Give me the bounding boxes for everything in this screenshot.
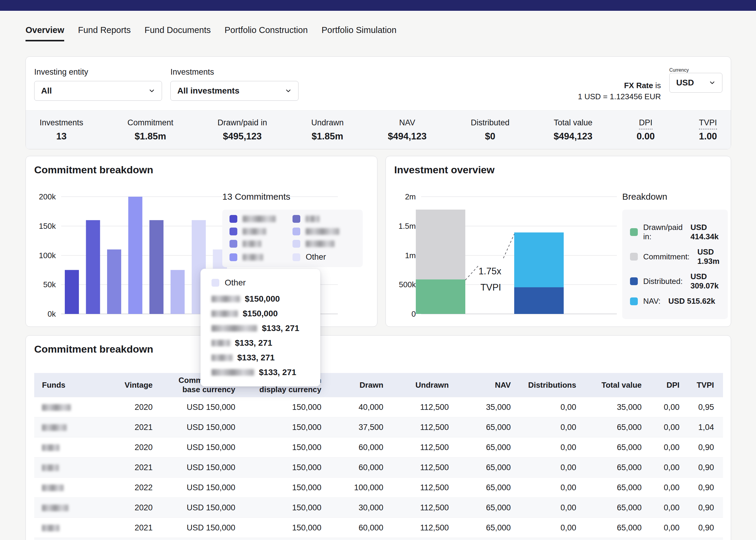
commitment-bar-5[interactable] [149, 220, 164, 314]
stat-label[interactable]: TVPI [699, 118, 717, 127]
tab-fund-reports[interactable]: Fund Reports [78, 25, 131, 41]
cell-distributions: 0,00 [520, 397, 585, 417]
tab-portfolio-simulation[interactable]: Portfolio Simulation [322, 25, 396, 41]
cell-distributions: 0,00 [520, 417, 585, 438]
investing-entity-label: Investing entity [34, 68, 162, 77]
y-axis-tick: 200k [39, 192, 56, 201]
cell-commitment-base: USD 150,000 [162, 477, 244, 498]
stat-value: 13 [40, 131, 83, 142]
cell-dpi: 0,00 [651, 498, 688, 518]
cell-dpi: 0,00 [651, 438, 688, 458]
commitment-legend-item [229, 240, 292, 248]
fx-rate-suffix: is [653, 81, 661, 90]
commitment-bar-4[interactable] [128, 197, 142, 314]
tvpi-multiple-label: TVPI [481, 282, 501, 293]
stat-label[interactable]: DPI [637, 118, 655, 127]
cell-dpi: 0,00 [651, 417, 688, 438]
funds-table: FundsVintageCommitment in base currencyC… [34, 373, 723, 540]
legend-swatch [292, 215, 300, 223]
redacted-fund-name [42, 444, 60, 451]
legend-swatch [292, 227, 300, 235]
commitment-bar-3[interactable] [107, 249, 121, 314]
cell-nav: 65,000 [458, 417, 520, 438]
cell-nav: 65,000 [458, 518, 520, 538]
cell-tvpi: 0,95 [688, 397, 723, 417]
fx-rate-term: FX Rate [624, 81, 653, 90]
breakdown-legend-item: Commitment:USD 1.93m [630, 247, 720, 266]
investing-entity-select[interactable]: All [34, 81, 162, 101]
cell-nav: 35,000 [458, 397, 520, 417]
currency-label: Currency [669, 68, 722, 73]
stat-value: $0 [471, 131, 510, 142]
cell-total-value: 65,000 [585, 477, 651, 498]
chevron-down-icon [285, 87, 292, 94]
commitment-legend-item [229, 252, 292, 262]
commitment-bar-6[interactable] [171, 270, 185, 314]
commitment-bar-1[interactable] [65, 270, 79, 314]
currency-select[interactable]: USD [669, 73, 722, 93]
tab-overview[interactable]: Overview [26, 25, 64, 41]
currency-value: USD [676, 78, 694, 87]
legend-value: USD 515.62k [669, 297, 715, 306]
stat-investments: Investments13 [40, 118, 83, 142]
cell-fund [34, 417, 110, 438]
commitment-legend-item [229, 227, 292, 235]
y-axis-tick: 150k [39, 221, 56, 230]
segment-nav[interactable] [514, 232, 564, 287]
segment-drawn-paid-in[interactable] [416, 279, 465, 314]
legend-label: NAV: [643, 297, 661, 306]
stat-value: $1.85m [127, 131, 173, 142]
stat-distributed: Distributed$0 [471, 118, 510, 142]
segment-commitment[interactable] [416, 209, 465, 279]
redacted-fund-name [212, 354, 232, 361]
y-axis-tick: 1.5m [398, 221, 416, 230]
stat-commitment: Commitment$1.85m [127, 118, 173, 142]
cell-nav: 65,000 [458, 498, 520, 518]
table-header-row: FundsVintageCommitment in base currencyC… [34, 373, 723, 397]
cell-drawn: 60,000 [330, 518, 392, 538]
column-header-dpi: DPI [651, 373, 688, 397]
segment-distributed[interactable] [514, 287, 564, 314]
tooltip-value: $150,000 [245, 294, 280, 304]
tab-portfolio-construction[interactable]: Portfolio Construction [225, 25, 308, 41]
cell-vintage: 2022 [110, 477, 162, 498]
y-axis-tick: 1m [405, 251, 416, 260]
legend-value: USD 309.07k [690, 272, 720, 291]
cell-fund [34, 458, 110, 477]
column-header-tvpi: TVPI [688, 373, 723, 397]
stat-label: Investments [40, 118, 83, 127]
cell-distributions: 0,00 [520, 498, 585, 518]
table-row: 2021USD 150,000150,00037,500112,50065,00… [34, 417, 723, 438]
column-header-vintage: Vintage [110, 373, 162, 397]
y-axis-tick: 50k [43, 280, 56, 289]
commitments-legend: Other [222, 209, 363, 267]
cell-commitment-base: USD 150,000 [162, 498, 244, 518]
tab-fund-documents[interactable]: Fund Documents [145, 25, 211, 41]
cell-undrawn: 112,500 [392, 438, 458, 458]
tooltip-row: $133, 271 [212, 368, 309, 377]
redacted-fund-name [42, 484, 64, 491]
cell-commitment-display: 150,000 [244, 498, 330, 518]
cell-fund [34, 438, 110, 458]
legend-value: USD 414.34k [690, 223, 720, 241]
cell-dpi: 0,00 [651, 518, 688, 538]
tooltip-row: $133, 271 [212, 324, 309, 333]
redacted-fund-name [243, 215, 276, 222]
stat-label: Distributed [471, 118, 510, 127]
cell-fund [34, 498, 110, 518]
cell-commitment-base: USD 150,000 [162, 397, 244, 417]
table-row: 2020USD 150,000150,00060,000112,50065,00… [34, 438, 723, 458]
investments-select[interactable]: All investments [170, 81, 298, 101]
cell-total-value: 35,000 [585, 397, 651, 417]
stat-value: $1.85m [311, 131, 344, 142]
tooltip-value: $133, 271 [262, 324, 299, 333]
breakdown-legend-item: Distributed:USD 309.07k [630, 272, 720, 291]
summary-stats-row: Investments13Commitment$1.85mDrawn/paid … [26, 110, 731, 149]
cell-vintage: 2021 [110, 518, 162, 538]
table-row: 2022USD 150,000150,000100,000112,50065,0… [34, 477, 723, 498]
commitment-bar-2[interactable] [86, 220, 100, 314]
legend-swatch [229, 215, 237, 223]
redacted-fund-name [42, 525, 60, 531]
main-nav-tabs: OverviewFund ReportsFund DocumentsPortfo… [26, 25, 396, 41]
legend-swatch [292, 240, 300, 248]
